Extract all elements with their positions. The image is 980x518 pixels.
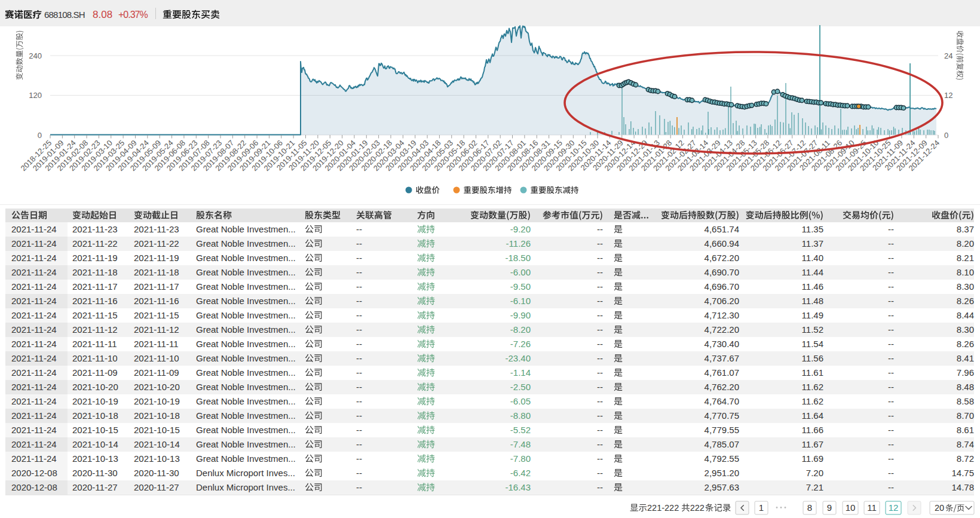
svg-text:--: -- xyxy=(597,396,603,406)
svg-text:11.64: 11.64 xyxy=(802,410,823,421)
svg-text:Great Noble Investmen...: Great Noble Investmen... xyxy=(196,281,296,292)
svg-text:Denlux Microport Inves...: Denlux Microport Inves... xyxy=(196,482,295,492)
svg-text:10: 10 xyxy=(846,502,856,513)
svg-text:2021-11-24: 2021-11-24 xyxy=(11,267,57,277)
svg-text:Great Noble Investmen...: Great Noble Investmen... xyxy=(196,339,296,349)
svg-text:11.46: 11.46 xyxy=(802,281,823,292)
svg-text:14.78: 14.78 xyxy=(951,482,974,492)
svg-text:2021-11-24: 2021-11-24 xyxy=(11,224,57,234)
svg-text:--: -- xyxy=(597,453,603,464)
svg-text:--: -- xyxy=(597,296,603,306)
svg-text:4,762.20: 4,762.20 xyxy=(705,382,739,392)
svg-text:--: -- xyxy=(888,353,894,363)
svg-text:--: -- xyxy=(356,281,362,292)
svg-text:4,792.55: 4,792.55 xyxy=(705,453,739,464)
svg-text:--: -- xyxy=(597,253,603,263)
svg-text:2021-11-12: 2021-11-12 xyxy=(72,324,118,335)
svg-text:--: -- xyxy=(356,353,362,363)
svg-text:222: 222 xyxy=(690,503,705,513)
svg-text:8.26: 8.26 xyxy=(957,339,974,349)
svg-text:2021-11-24: 2021-11-24 xyxy=(11,367,57,378)
svg-text:4,696.70: 4,696.70 xyxy=(705,281,739,292)
svg-text:--: -- xyxy=(888,224,894,234)
svg-text:9: 9 xyxy=(827,502,832,513)
svg-text:--: -- xyxy=(356,410,362,421)
svg-text:-5.52: -5.52 xyxy=(510,425,531,435)
svg-text:-9.50: -9.50 xyxy=(510,281,531,292)
svg-text:2021-11-10: 2021-11-10 xyxy=(134,353,179,363)
svg-text:2021-11-24: 2021-11-24 xyxy=(11,453,57,464)
svg-text:2,957.63: 2,957.63 xyxy=(705,482,739,492)
svg-text:--: -- xyxy=(597,281,603,292)
svg-text:2021-11-24: 2021-11-24 xyxy=(11,425,57,435)
svg-text:2021-10-14: 2021-10-14 xyxy=(72,439,118,449)
svg-text:2021-11-24: 2021-11-24 xyxy=(11,238,57,249)
svg-text:120: 120 xyxy=(29,91,42,100)
svg-text:2021-10-20: 2021-10-20 xyxy=(134,382,180,392)
svg-text:8.20: 8.20 xyxy=(957,238,974,249)
svg-text:-1.14: -1.14 xyxy=(510,367,531,378)
svg-text:Great Noble Investmen...: Great Noble Investmen... xyxy=(196,410,296,421)
svg-text:Great Noble Investmen...: Great Noble Investmen... xyxy=(196,224,296,234)
svg-text:8.58: 8.58 xyxy=(957,396,974,406)
svg-text:2021-11-17: 2021-11-17 xyxy=(134,281,179,292)
svg-text:-11.26: -11.26 xyxy=(506,238,531,249)
svg-text:--: -- xyxy=(888,410,894,421)
svg-text:2021-11-09: 2021-11-09 xyxy=(72,367,118,378)
svg-text:--: -- xyxy=(597,382,603,392)
svg-text:--: -- xyxy=(597,267,603,277)
svg-text:--: -- xyxy=(597,425,603,435)
svg-text:8.08: 8.08 xyxy=(93,9,112,20)
svg-text:11.61: 11.61 xyxy=(802,367,823,378)
svg-text:2021-11-19: 2021-11-19 xyxy=(72,253,118,263)
svg-text:-16.43: -16.43 xyxy=(505,482,531,492)
svg-text:20: 20 xyxy=(935,503,944,513)
svg-text:0: 0 xyxy=(38,131,42,140)
svg-text:2020-11-30: 2020-11-30 xyxy=(72,468,118,478)
svg-text:Great Noble Investmen...: Great Noble Investmen... xyxy=(196,382,296,392)
svg-text:2021-11-24: 2021-11-24 xyxy=(11,353,57,363)
svg-text:2021-11-16: 2021-11-16 xyxy=(134,296,179,306)
svg-text:7.20: 7.20 xyxy=(806,468,823,478)
svg-text:11.40: 11.40 xyxy=(802,253,823,263)
svg-text:Great Noble Investmen...: Great Noble Investmen... xyxy=(196,296,296,306)
svg-text:--: -- xyxy=(597,310,603,320)
svg-text:--: -- xyxy=(356,439,362,449)
svg-text:--: -- xyxy=(356,382,362,392)
svg-text:7.96: 7.96 xyxy=(957,367,974,378)
svg-text:2021-11-22: 2021-11-22 xyxy=(134,238,179,249)
svg-text:7.21: 7.21 xyxy=(806,482,823,492)
svg-text:2021-11-19: 2021-11-19 xyxy=(134,253,179,263)
svg-text:--: -- xyxy=(888,468,894,478)
svg-text:--: -- xyxy=(356,482,362,492)
svg-text:2021-11-15: 2021-11-15 xyxy=(72,310,118,320)
svg-text:--: -- xyxy=(356,468,362,478)
svg-text:4,737.67: 4,737.67 xyxy=(705,353,739,363)
svg-text:2021-11-18: 2021-11-18 xyxy=(72,267,118,277)
svg-text:--: -- xyxy=(888,367,894,378)
svg-text:2021-11-12: 2021-11-12 xyxy=(134,324,179,335)
svg-text:1: 1 xyxy=(759,502,764,513)
svg-text:-7.48: -7.48 xyxy=(510,439,531,449)
svg-text:--: -- xyxy=(888,281,894,292)
svg-text:--: -- xyxy=(888,253,894,263)
svg-text:2021-10-13: 2021-10-13 xyxy=(72,453,118,464)
svg-text:--: -- xyxy=(597,238,603,249)
svg-text:Great Noble Investmen...: Great Noble Investmen... xyxy=(196,425,296,435)
svg-text:Great Noble Investmen...: Great Noble Investmen... xyxy=(196,453,296,464)
svg-text:2021-10-15: 2021-10-15 xyxy=(72,425,118,435)
svg-text:--: -- xyxy=(888,238,894,249)
svg-text:12: 12 xyxy=(889,502,899,513)
svg-text:2021-11-16: 2021-11-16 xyxy=(72,296,118,306)
svg-text:--: -- xyxy=(597,410,603,421)
svg-text:2021-10-14: 2021-10-14 xyxy=(134,439,180,449)
svg-text:--: -- xyxy=(597,482,603,492)
svg-text:Great Noble Investmen...: Great Noble Investmen... xyxy=(196,324,296,335)
svg-text:-6.10: -6.10 xyxy=(510,296,531,306)
svg-text:8.44: 8.44 xyxy=(957,310,974,320)
svg-text:8.41: 8.41 xyxy=(957,353,974,363)
svg-text:-2.50: -2.50 xyxy=(510,382,531,392)
svg-text:24: 24 xyxy=(944,51,953,60)
svg-text:11.66: 11.66 xyxy=(802,425,823,435)
svg-text:2020-12-08: 2020-12-08 xyxy=(11,482,57,492)
